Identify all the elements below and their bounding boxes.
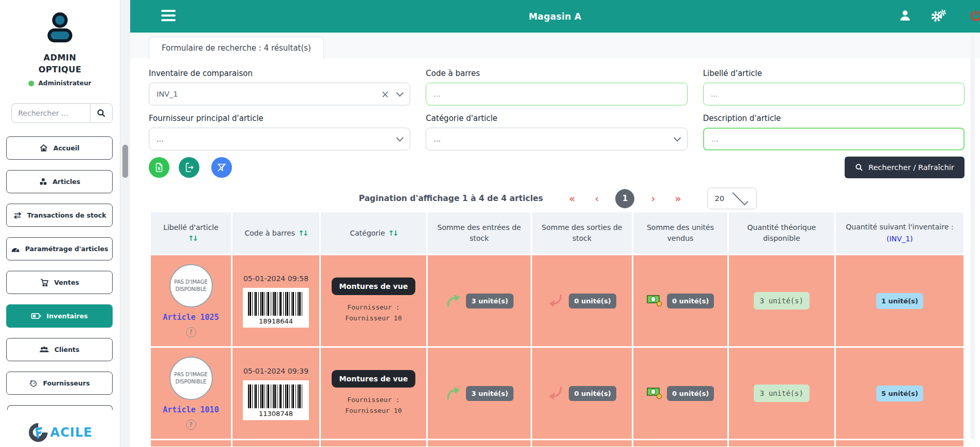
supplier-text: Fournisseur : Fournisseur 10 — [324, 395, 423, 417]
pagination-prev-button[interactable]: ‹ — [592, 193, 602, 204]
online-status-dot — [28, 81, 34, 86]
fournisseurs-icon — [29, 379, 38, 388]
col-header-categorie[interactable]: Catégorie↑↓ — [321, 212, 426, 254]
sidebar-scrollbar[interactable] — [120, 0, 130, 447]
barcode-number: 11308748 — [248, 410, 304, 418]
sidebar-scrollbar-thumb[interactable] — [122, 145, 128, 178]
sidebar-item-fournisseurs[interactable]: Fournisseurs — [6, 372, 113, 395]
entries-badge: 3 unité(s) — [466, 294, 513, 309]
cell-article: PAS D'IMAGE DISPONIBLE Article 1025 ? — [151, 255, 231, 346]
cell-entries: 3 unité(s) — [428, 255, 531, 346]
code-barres-input[interactable] — [426, 83, 687, 105]
sidebar-item-transactions[interactable]: Transactions de stock — [6, 204, 113, 227]
cell-inventory-qty: 1 unité(s) — [836, 255, 963, 346]
clear-filters-button[interactable] — [211, 157, 232, 178]
arrow-up-right-icon — [445, 292, 461, 309]
fournisseur-select[interactable]: ... — [149, 128, 410, 150]
cart-icon — [40, 278, 49, 287]
profile-section: ADMIN OPTIQUE Administrateur — [0, 0, 120, 87]
cell-sold: 0 unité(s) — [633, 255, 727, 346]
col-header-theorique: Quantité théorique disponible — [729, 212, 834, 254]
article-link[interactable]: Article 1010 — [163, 405, 219, 414]
chevron-down-icon — [396, 89, 403, 97]
cell-exits: 0 unité(s) — [532, 348, 632, 439]
clear-icon[interactable]: × — [381, 88, 389, 100]
sidebar-search-button[interactable] — [90, 103, 113, 123]
cell-sold: 0 unité(s) — [633, 348, 727, 439]
cell-category: Montures de vue Fournisseur : Fournisseu… — [321, 255, 426, 346]
sidebar-item-partial — [7, 405, 113, 410]
facile-logo-icon — [27, 422, 49, 443]
sidebar-item-ventes[interactable]: Ventes — [6, 271, 113, 294]
barcode-date: 05-01-2024 09:39 — [243, 367, 308, 375]
inventory-badge: 1 unité(s) — [876, 293, 923, 309]
table-row: PAS D'IMAGE DISPONIBLE Article 1010 ? 05… — [151, 348, 963, 439]
exits-badge: 0 unité(s) — [569, 386, 616, 401]
fournisseur-label: Fournisseur principal d'article — [149, 114, 410, 123]
sidebar-search-input[interactable] — [11, 103, 90, 123]
sidebar-item-parametrage[interactable]: Paramétrage d'articles — [6, 237, 113, 260]
sidebar-item-clients[interactable]: Clients — [6, 338, 113, 361]
inventory-ref-link[interactable]: (INV_1) — [886, 234, 913, 244]
user-name: ADMIN OPTIQUE — [24, 52, 96, 75]
arrow-up-right-icon — [445, 385, 461, 402]
sidebar-item-articles[interactable]: Articles — [6, 170, 113, 193]
inventory-badge: 5 unité(s) — [876, 386, 923, 402]
col-header-code-barres[interactable]: Code à barres↑↓ — [232, 212, 319, 254]
pagination-next-button[interactable]: › — [648, 193, 658, 204]
help-circle-icon[interactable]: ? — [186, 420, 196, 430]
exchange-arrows-icon — [13, 211, 22, 220]
article-link[interactable]: Article 1025 — [163, 313, 219, 322]
tachometer-icon — [11, 245, 20, 253]
entries-badge: 3 unité(s) — [466, 386, 513, 401]
cell-barcode: 05-01-2024 09:58 18918644 — [232, 255, 319, 346]
col-header-libelle[interactable]: Libellé d'article ↑↓ — [151, 212, 231, 254]
theoretical-badge: 3 unité(s) — [754, 384, 810, 402]
description-input[interactable] — [703, 128, 965, 150]
cell-theoretical: 3 unité(s) — [729, 255, 834, 346]
cell-article: PAS D'IMAGE DISPONIBLE Article 1010 ? — [151, 348, 231, 439]
col-header-sorties: Somme des sorties de stock — [532, 212, 632, 254]
libelle-input[interactable] — [703, 83, 965, 105]
power-logout-icon[interactable] — [969, 9, 980, 25]
col-header-inventaire: Quantité suivant l'inventaire : (INV_1) — [836, 212, 963, 254]
help-circle-icon[interactable]: ? — [186, 327, 196, 337]
sidebar-item-accueil[interactable]: Accueil — [6, 136, 113, 160]
pagination-page-1[interactable]: 1 — [615, 189, 634, 208]
col-header-entrees: Somme des entrées de stock — [428, 212, 531, 254]
supplier-text: Fournisseur : Fournisseur 10 — [324, 302, 423, 324]
results-table: Libellé d'article ↑↓ Code à barres↑↓ Cat… — [151, 212, 963, 446]
export-excel-button[interactable] — [149, 157, 169, 178]
cubes-icon — [39, 177, 48, 186]
description-label: Description d'article — [703, 114, 965, 123]
arrow-down-left-icon — [548, 292, 564, 309]
pagination-last-button[interactable]: » — [672, 193, 684, 204]
filter-slash-icon — [216, 162, 227, 173]
inventaire-select[interactable]: INV_1 × — [149, 83, 410, 105]
rechercher-rafraichir-button[interactable]: Rechercher / Rafraîchir — [845, 157, 965, 178]
avatar-icon — [45, 11, 74, 43]
pagination-first-button[interactable]: « — [566, 193, 578, 204]
page-size-select[interactable]: 20 — [707, 188, 757, 209]
categorie-select[interactable]: ... — [426, 128, 687, 150]
user-account-icon[interactable] — [898, 8, 912, 25]
chevron-down-icon — [732, 189, 748, 205]
cell-exits: 0 unité(s) — [532, 255, 632, 346]
settings-gears-icon[interactable] — [930, 9, 946, 25]
hamburger-menu-icon[interactable] — [161, 10, 176, 24]
main-scrollbar-track[interactable] — [971, 36, 975, 439]
sidebar-item-inventaires[interactable]: Inventaires — [6, 304, 113, 328]
money-icon — [647, 387, 662, 399]
table-row-partial — [151, 440, 963, 446]
exits-badge: 0 unité(s) — [569, 294, 616, 309]
export-file-button[interactable] — [179, 157, 199, 178]
sort-icon[interactable]: ↑↓ — [388, 229, 397, 237]
sort-icon[interactable]: ↑↓ — [188, 233, 197, 244]
main-area: Magasin A Formulaire de recherche : 4 ré… — [130, 0, 980, 447]
cell-entries: 3 unité(s) — [428, 348, 531, 439]
cell-barcode: 05-01-2024 09:39 11308748 — [232, 348, 319, 439]
pagination-summary: Pagination d'affichage 1 à 4 de 4 articl… — [359, 194, 543, 203]
sort-icon[interactable]: ↑↓ — [298, 229, 307, 237]
excel-file-icon — [154, 162, 164, 173]
tab-search-form[interactable]: Formulaire de recherche : 4 résultat(s) — [149, 37, 324, 59]
